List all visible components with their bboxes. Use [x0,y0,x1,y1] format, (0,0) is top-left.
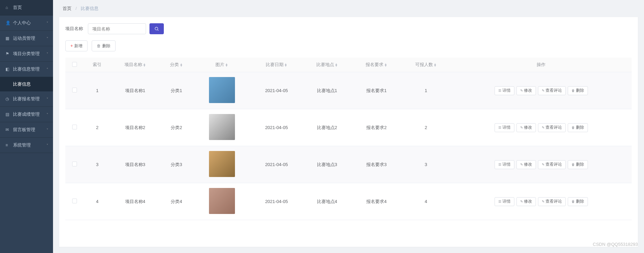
add-button[interactable]: +新增 [65,40,88,51]
cell-category: 分类1 [160,72,193,109]
plus-icon: + [70,43,73,48]
sort-icon[interactable]: ▲▼ [225,63,228,67]
row-checkbox[interactable] [72,199,77,203]
edit-button[interactable]: ✎修改 [516,197,536,206]
breadcrumb-sep: / [76,6,77,11]
sidebar-item-label: 比赛信息管理 [13,66,40,72]
trash-icon: 🗑 [97,43,101,48]
cell-index: 4 [84,183,110,220]
cell-date: 2021-04-05 [251,109,302,146]
breadcrumb-current: 比赛信息 [81,6,98,11]
search-row: 项目名称 [65,23,632,34]
comments-button[interactable]: ✎查看评论 [538,86,566,95]
sidebar-item-3[interactable]: ⚑项目分类管理˅ [0,46,53,62]
sort-icon[interactable]: ▲▼ [434,63,437,67]
thumbnail[interactable] [209,188,235,214]
sidebar-icon: ▤ [5,112,10,117]
cell-location: 比赛地点1 [302,72,352,109]
sort-icon[interactable]: ▲▼ [143,63,146,67]
col-header[interactable]: 索引 [84,58,110,72]
row-checkbox[interactable] [72,88,77,92]
edit-icon: ✎ [520,200,523,203]
chevron-icon: ˅ [47,143,48,147]
cell-index: 3 [84,146,110,183]
thumbnail[interactable] [209,77,235,103]
main: 首页 / 比赛信息 项目名称 +新增 🗑删除 索引项目名称▲▼分类▲▼图片▲▼比… [53,0,644,253]
sidebar-item-6[interactable]: ▤比赛成绩管理˅ [0,107,53,122]
col-header[interactable]: 比赛地点▲▼ [302,58,352,72]
cell-requirement: 报名要求4 [352,183,401,220]
edit-button[interactable]: ✎修改 [516,160,536,169]
comments-button[interactable]: ✎查看评论 [538,160,566,169]
col-header[interactable]: 可报人数▲▼ [401,58,451,72]
edit-button[interactable]: ✎修改 [516,86,536,95]
chevron-icon: ˅ [47,52,48,56]
row-delete-button[interactable]: 🗑删除 [568,123,588,132]
sidebar-sub-item[interactable]: 比赛信息 [0,77,53,91]
search-button[interactable] [149,23,164,34]
cell-date: 2021-04-05 [251,146,302,183]
col-header[interactable]: 报名要求▲▼ [352,58,401,72]
cell-category: 分类4 [160,183,193,220]
sidebar-item-label: 首页 [13,4,22,11]
cell-ops: ☰详情 ✎修改 ✎查看评论 🗑删除 [451,109,632,146]
row-checkbox[interactable] [72,125,77,129]
sidebar-item-label: 运动员管理 [13,35,35,41]
cell-name: 项目名称4 [110,183,160,220]
sort-icon[interactable]: ▲▼ [180,63,183,67]
delete-button[interactable]: 🗑删除 [92,40,116,51]
cell-requirement: 报名要求1 [352,72,401,109]
sidebar-item-1[interactable]: 👤个人中心˅ [0,15,53,31]
sidebar-item-label: 留言板管理 [13,127,35,133]
col-header[interactable]: 比赛日期▲▼ [251,58,302,72]
detail-button[interactable]: ☰详情 [495,86,514,95]
search-input[interactable] [88,23,146,34]
cell-image [193,146,251,183]
sidebar-item-5[interactable]: ◷比赛报名管理˅ [0,91,53,107]
col-header[interactable]: 分类▲▼ [160,58,193,72]
row-checkbox[interactable] [72,162,77,166]
cell-requirement: 报名要求2 [352,109,401,146]
cell-image [193,109,251,146]
sort-icon[interactable]: ▲▼ [284,63,287,67]
action-row: +新增 🗑删除 [65,40,632,51]
sidebar-item-label: 个人中心 [13,20,31,26]
trash-icon: 🗑 [571,200,575,203]
cell-ops: ☰详情 ✎修改 ✎查看评论 🗑删除 [451,72,632,109]
col-header[interactable]: 图片▲▼ [193,58,251,72]
chevron-icon: ˅ [47,21,48,25]
col-header[interactable]: 项目名称▲▼ [110,58,160,72]
cell-name: 项目名称2 [110,109,160,146]
comments-button[interactable]: ✎查看评论 [538,123,566,132]
comments-button[interactable]: ✎查看评论 [538,197,566,206]
sidebar-item-4[interactable]: ◧比赛信息管理˄ [0,62,53,77]
chevron-icon: ˅ [47,113,48,116]
thumbnail[interactable] [209,114,235,140]
thumbnail[interactable] [209,151,235,177]
detail-button[interactable]: ☰详情 [495,197,514,206]
breadcrumb-home[interactable]: 首页 [63,6,71,11]
sort-icon[interactable]: ▲▼ [384,63,387,67]
sidebar-item-0[interactable]: ⌂首页 [0,0,53,15]
sidebar-item-2[interactable]: ▦运动员管理˅ [0,31,53,46]
sidebar-item-7[interactable]: ✉留言板管理˅ [0,122,53,138]
detail-button[interactable]: ☰详情 [495,123,514,132]
sidebar-icon: ◧ [5,67,10,72]
cell-name: 项目名称1 [110,72,160,109]
sidebar-item-label: 比赛成绩管理 [13,111,40,117]
cell-name: 项目名称3 [110,146,160,183]
row-delete-button[interactable]: 🗑删除 [568,86,588,95]
cell-capacity: 1 [401,72,451,109]
trash-icon: 🗑 [571,163,575,166]
sidebar-item-8[interactable]: ≡系统管理˅ [0,138,53,153]
row-delete-button[interactable]: 🗑删除 [568,160,588,169]
cell-image [193,72,251,109]
detail-button[interactable]: ☰详情 [495,160,514,169]
chevron-icon: ˄ [47,67,48,71]
table-row: 3 项目名称3 分类3 2021-04-05 比赛地点3 报名要求3 3 ☰详情… [65,146,632,183]
sort-icon[interactable]: ▲▼ [335,63,338,67]
edit-button[interactable]: ✎修改 [516,123,536,132]
cell-location: 比赛地点3 [302,146,352,183]
row-delete-button[interactable]: 🗑删除 [568,197,588,206]
select-all-checkbox[interactable] [72,62,77,67]
